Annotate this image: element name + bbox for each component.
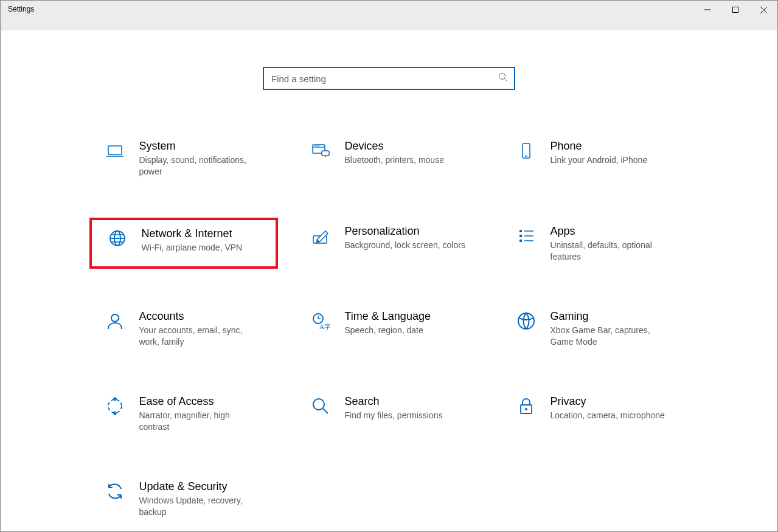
svg-rect-1 bbox=[733, 7, 738, 13]
category-desc: Windows Update, recovery, backup bbox=[139, 495, 261, 518]
content-area: SystemDisplay, sound, notifications, pow… bbox=[1, 30, 777, 531]
laptop-icon bbox=[104, 140, 126, 162]
category-title: Time & Language bbox=[345, 309, 431, 323]
category-personalization[interactable]: PersonalizationBackground, lock screen, … bbox=[295, 218, 484, 269]
lock-icon bbox=[515, 395, 537, 417]
category-text: PersonalizationBackground, lock screen, … bbox=[345, 224, 465, 251]
category-phone[interactable]: PhoneLink your Android, iPhone bbox=[501, 133, 689, 184]
category-time[interactable]: Time & LanguageSpeech, region, date bbox=[295, 303, 484, 354]
category-desc: Background, lock screen, colors bbox=[345, 240, 465, 251]
category-desc: Your accounts, email, sync, work, family bbox=[139, 325, 261, 348]
search-wrap bbox=[1, 67, 777, 90]
category-desc: Uninstall, defaults, optional features bbox=[551, 240, 672, 263]
person-icon bbox=[104, 310, 126, 332]
close-icon bbox=[760, 7, 767, 13]
category-ease[interactable]: Ease of AccessNarrator, magnifier, high … bbox=[89, 388, 278, 439]
category-gaming[interactable]: GamingXbox Game Bar, captures, Game Mode bbox=[501, 303, 689, 354]
category-title: Network & Internet bbox=[142, 226, 243, 241]
devices-icon bbox=[310, 140, 332, 162]
category-title: Gaming bbox=[551, 309, 672, 323]
pen-icon bbox=[310, 225, 332, 247]
category-title: Privacy bbox=[551, 394, 665, 409]
category-text: Update & SecurityWindows Update, recover… bbox=[139, 479, 261, 518]
category-title: System bbox=[139, 139, 261, 153]
svg-point-4 bbox=[499, 74, 505, 80]
category-title: Apps bbox=[551, 224, 672, 238]
category-desc: Location, camera, microphone bbox=[551, 410, 665, 421]
minimize-button[interactable] bbox=[693, 1, 721, 19]
category-desc: Bluetooth, printers, mouse bbox=[345, 154, 444, 166]
category-text: DevicesBluetooth, printers, mouse bbox=[345, 139, 444, 166]
maximize-button[interactable] bbox=[721, 1, 749, 19]
time-icon bbox=[310, 310, 332, 332]
category-search[interactable]: SearchFind my files, permissions bbox=[295, 388, 484, 439]
caption-buttons bbox=[693, 1, 777, 19]
search-icon bbox=[310, 395, 332, 417]
svg-line-5 bbox=[504, 78, 507, 81]
category-desc: Narrator, magnifier, high contrast bbox=[139, 410, 261, 433]
ease-icon bbox=[104, 395, 126, 417]
window-title: Settings bbox=[8, 1, 34, 13]
category-text: AppsUninstall, defaults, optional featur… bbox=[551, 224, 672, 263]
category-text: PrivacyLocation, camera, microphone bbox=[551, 394, 665, 421]
category-devices[interactable]: DevicesBluetooth, printers, mouse bbox=[295, 133, 484, 184]
category-text: PhoneLink your Android, iPhone bbox=[551, 139, 648, 166]
category-network[interactable]: Network & InternetWi-Fi, airplane mode, … bbox=[89, 218, 278, 269]
category-desc: Speech, region, date bbox=[345, 325, 431, 336]
titlebar: Settings bbox=[1, 1, 777, 30]
search-box[interactable] bbox=[263, 67, 515, 90]
category-title: Personalization bbox=[345, 224, 465, 238]
category-desc: Display, sound, notifications, power bbox=[139, 154, 261, 178]
category-accounts[interactable]: AccountsYour accounts, email, sync, work… bbox=[89, 303, 278, 354]
category-text: SystemDisplay, sound, notifications, pow… bbox=[139, 139, 261, 178]
category-title: Phone bbox=[551, 139, 648, 153]
category-desc: Wi-Fi, airplane mode, VPN bbox=[142, 242, 243, 254]
category-apps[interactable]: AppsUninstall, defaults, optional featur… bbox=[501, 218, 689, 269]
globe-icon bbox=[106, 227, 128, 249]
category-grid: SystemDisplay, sound, notifications, pow… bbox=[89, 133, 689, 524]
search-icon bbox=[498, 72, 508, 85]
category-update[interactable]: Update & SecurityWindows Update, recover… bbox=[89, 473, 278, 524]
category-text: Ease of AccessNarrator, magnifier, high … bbox=[139, 394, 261, 433]
category-title: Update & Security bbox=[139, 479, 261, 494]
category-privacy[interactable]: PrivacyLocation, camera, microphone bbox=[501, 388, 689, 439]
close-button[interactable] bbox=[749, 1, 777, 19]
category-desc: Xbox Game Bar, captures, Game Mode bbox=[551, 325, 672, 348]
settings-window: Settings SystemDisplay, sound, notificat… bbox=[0, 0, 778, 532]
maximize-icon bbox=[732, 7, 738, 13]
phone-icon bbox=[515, 140, 537, 162]
category-text: GamingXbox Game Bar, captures, Game Mode bbox=[551, 309, 672, 348]
gaming-icon bbox=[515, 310, 537, 332]
minimize-icon bbox=[704, 7, 710, 13]
category-title: Devices bbox=[345, 139, 444, 153]
category-text: AccountsYour accounts, email, sync, work… bbox=[139, 309, 261, 348]
category-desc: Link your Android, iPhone bbox=[551, 154, 648, 166]
category-title: Accounts bbox=[139, 309, 261, 323]
search-input[interactable] bbox=[270, 73, 498, 85]
update-icon bbox=[104, 480, 126, 502]
category-desc: Find my files, permissions bbox=[345, 410, 443, 421]
category-text: SearchFind my files, permissions bbox=[345, 394, 443, 421]
category-title: Ease of Access bbox=[139, 394, 261, 409]
apps-icon bbox=[515, 225, 537, 247]
category-text: Time & LanguageSpeech, region, date bbox=[345, 309, 431, 336]
category-system[interactable]: SystemDisplay, sound, notifications, pow… bbox=[89, 133, 278, 184]
category-title: Search bbox=[345, 394, 443, 409]
category-text: Network & InternetWi-Fi, airplane mode, … bbox=[142, 226, 243, 254]
